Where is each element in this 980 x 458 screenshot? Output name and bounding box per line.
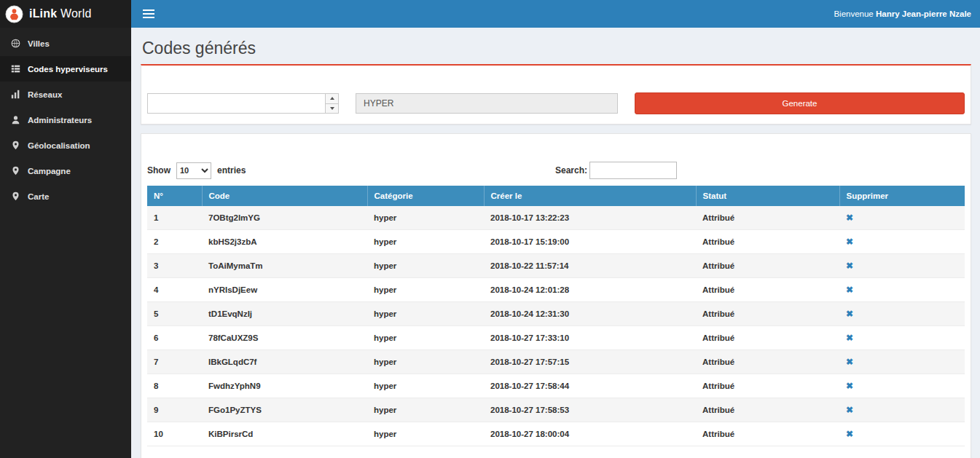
sidebar-item-reseaux[interactable]: Réseaux	[0, 82, 131, 107]
cell-code: FwdhzYphN9	[202, 374, 367, 398]
brand-title-light: World	[60, 7, 92, 20]
sidebar-item-codes-hyperviseurs[interactable]: Codes hyperviseurs	[0, 56, 131, 82]
sidebar-item-administrateurs[interactable]: Administrateurs	[0, 107, 131, 133]
cell-delete: ✖	[839, 230, 965, 254]
cell-code: nYRIsDjEew	[202, 278, 367, 302]
cell-category: hyper	[367, 350, 484, 374]
cell-status: Attribué	[696, 206, 839, 230]
delete-icon[interactable]: ✖	[846, 333, 853, 343]
cell-delete: ✖	[839, 326, 965, 350]
delete-icon[interactable]: ✖	[846, 405, 853, 415]
list-icon	[11, 64, 20, 74]
search-label: Search:	[555, 165, 587, 175]
map-marker-icon	[11, 192, 20, 201]
table-row: 1 7OBtg2lmYG hyper 2018-10-17 13:22:23 A…	[147, 206, 965, 230]
welcome-text: Bienvenue Hanry Jean-pierre Nzale	[834, 9, 971, 18]
generate-form-box: HYPER Generate	[141, 64, 971, 125]
globe-icon	[11, 39, 20, 48]
sidebar-item-geolocalisation[interactable]: Géolocalisation	[0, 133, 131, 158]
cell-status: Attribué	[696, 398, 839, 422]
delete-icon[interactable]: ✖	[846, 309, 853, 319]
table-row: 8 FwdhzYphN9 hyper 2018-10-27 17:58:44 A…	[147, 374, 965, 398]
column-header-category: Catégorie	[367, 186, 484, 206]
cell-category: hyper	[367, 206, 484, 230]
sidebar-item-villes[interactable]: Villes	[0, 31, 131, 56]
cell-created: 2018-10-27 17:58:53	[484, 398, 696, 422]
delete-icon[interactable]: ✖	[846, 381, 853, 391]
cell-created: 2018-10-27 17:33:10	[484, 326, 696, 350]
cell-num: 10	[147, 422, 202, 446]
cell-created: 2018-10-17 13:22:23	[484, 206, 696, 230]
welcome-prefix: Bienvenue	[834, 9, 876, 18]
search-input[interactable]	[589, 162, 677, 179]
cell-delete: ✖	[839, 398, 965, 422]
cell-category: hyper	[367, 398, 484, 422]
cell-delete: ✖	[839, 302, 965, 326]
cell-status: Attribué	[696, 254, 839, 278]
cell-code: 7OBtg2lmYG	[202, 206, 367, 230]
sidebar-item-label: Carte	[28, 192, 49, 201]
cell-category: hyper	[367, 326, 484, 350]
cell-status: Attribué	[696, 230, 839, 254]
cell-created: 2018-10-24 12:31:30	[484, 302, 696, 326]
table-row: 3 ToAiMymaTm hyper 2018-10-22 11:57:14 A…	[147, 254, 965, 278]
user-icon	[11, 115, 20, 125]
cell-code: 78fCaUXZ9S	[202, 326, 367, 350]
sidebar-item-label: Administrateurs	[28, 116, 92, 125]
delete-icon[interactable]: ✖	[846, 261, 853, 271]
sidebar-item-label: Villes	[28, 39, 50, 48]
brand[interactable]: iLink World	[0, 0, 131, 28]
codes-table-box: Show 10 entries Search: N° Code Catég	[141, 133, 971, 458]
generate-button[interactable]: Generate	[635, 92, 965, 114]
bar-chart-icon	[11, 90, 20, 99]
sidebar-item-label: Codes hyperviseurs	[28, 65, 108, 74]
cell-num: 3	[147, 254, 202, 278]
cell-status: Attribué	[696, 326, 839, 350]
search-control: Search:	[555, 162, 677, 179]
cell-num: 5	[147, 302, 202, 326]
delete-icon[interactable]: ✖	[846, 237, 853, 247]
code-count-input[interactable]	[148, 94, 325, 113]
map-marker-icon	[11, 166, 20, 175]
spinner-up-icon[interactable]	[326, 94, 338, 104]
table-row: 7 IBkGLqdC7f hyper 2018-10-27 17:57:15 A…	[147, 350, 965, 374]
cell-created: 2018-10-24 12:01:28	[484, 278, 696, 302]
map-marker-icon	[11, 141, 20, 150]
table-row: 6 78fCaUXZ9S hyper 2018-10-27 17:33:10 A…	[147, 326, 965, 350]
cell-delete: ✖	[839, 422, 965, 446]
delete-icon[interactable]: ✖	[846, 213, 853, 223]
cell-code: ToAiMymaTm	[202, 254, 367, 278]
top-navbar: Bienvenue Hanry Jean-pierre Nzale	[131, 0, 980, 28]
cell-delete: ✖	[839, 254, 965, 278]
delete-icon[interactable]: ✖	[846, 357, 853, 367]
cell-delete: ✖	[839, 350, 965, 374]
cell-status: Attribué	[696, 422, 839, 446]
column-header-code: Code	[202, 186, 367, 206]
delete-icon[interactable]: ✖	[846, 429, 853, 439]
cell-category: hyper	[367, 278, 484, 302]
delete-icon[interactable]: ✖	[846, 285, 853, 295]
cell-created: 2018-10-17 15:19:00	[484, 230, 696, 254]
sidebar-item-carte[interactable]: Carte	[0, 183, 131, 209]
cell-category: hyper	[367, 422, 484, 446]
page-length-select[interactable]: 10	[176, 162, 211, 179]
cell-category: hyper	[367, 254, 484, 278]
show-label: Show	[147, 165, 170, 175]
category-input[interactable]: HYPER	[356, 93, 618, 114]
brand-title: iLink World	[29, 7, 92, 20]
app-logo-icon	[5, 5, 23, 23]
table-row: 4 nYRIsDjEew hyper 2018-10-24 12:01:28 A…	[147, 278, 965, 302]
column-header-num: N°	[147, 186, 202, 206]
menu-toggle-icon[interactable]	[140, 6, 157, 22]
cell-delete: ✖	[839, 206, 965, 230]
cell-num: 7	[147, 350, 202, 374]
brand-title-bold: iLink	[29, 7, 57, 20]
cell-num: 9	[147, 398, 202, 422]
cell-status: Attribué	[696, 374, 839, 398]
cell-code: IBkGLqdC7f	[202, 350, 367, 374]
spinner-down-icon[interactable]	[326, 104, 338, 114]
sidebar: Villes Codes hyperviseurs Réseaux Admini…	[0, 28, 131, 458]
table-controls: Show 10 entries Search:	[147, 162, 965, 179]
sidebar-item-campagne[interactable]: Campagne	[0, 158, 131, 183]
cell-category: hyper	[367, 230, 484, 254]
